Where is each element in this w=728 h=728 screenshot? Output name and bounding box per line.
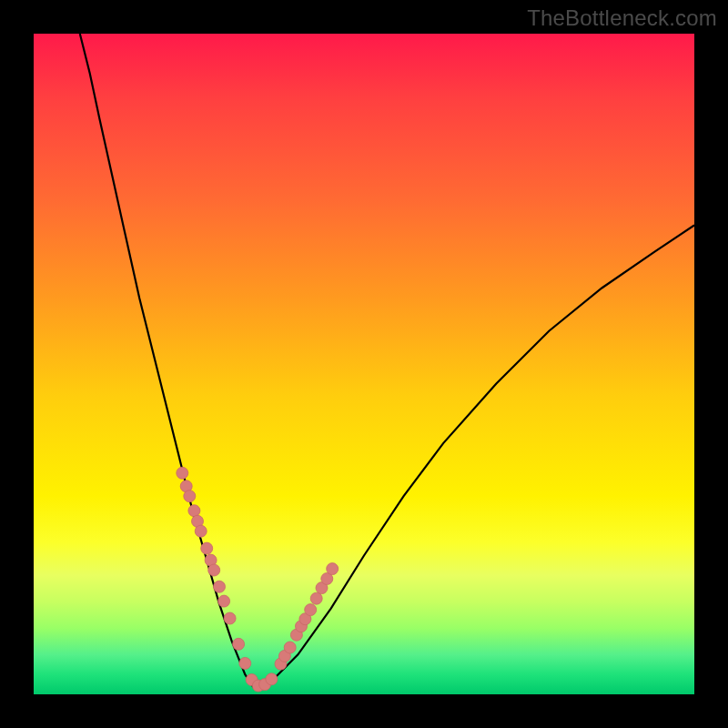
marker-dot: [218, 595, 230, 607]
marker-dot: [266, 673, 278, 685]
marker-dot: [224, 612, 236, 624]
marker-dot: [310, 592, 322, 604]
marker-dot: [284, 642, 296, 653]
marker-dot: [327, 563, 339, 575]
curve-layer: [34, 34, 694, 694]
marker-dot: [239, 657, 251, 669]
marker-dot: [195, 525, 207, 537]
marker-dot: [233, 638, 245, 650]
plot-area: [34, 34, 694, 694]
marker-dot: [177, 467, 188, 479]
marker-dot: [214, 581, 226, 592]
curve-right-branch: [254, 226, 694, 688]
marker-dot: [201, 542, 213, 554]
marker-dot: [188, 505, 200, 517]
chart-frame: TheBottleneck.com: [0, 0, 728, 728]
marker-dot: [208, 564, 220, 576]
curve-markers: [177, 467, 339, 692]
marker-dot: [305, 604, 317, 616]
curve-left-branch: [80, 34, 254, 688]
marker-dot: [184, 490, 196, 502]
watermark-text: TheBottleneck.com: [527, 5, 717, 31]
